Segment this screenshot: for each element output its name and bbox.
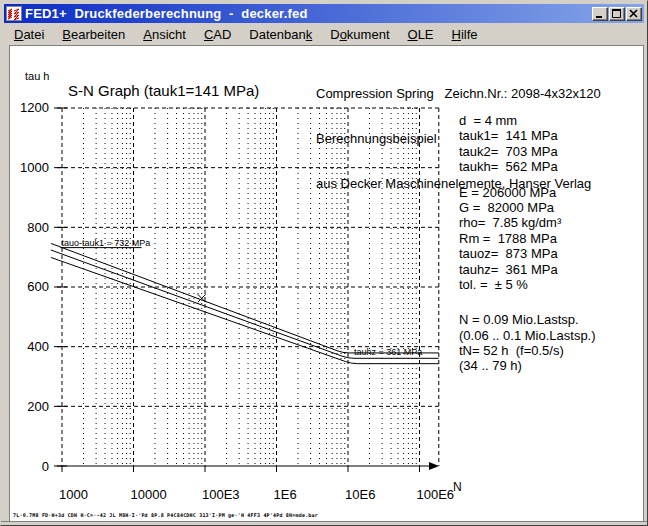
parameter-line: rho= 7.85 kg/dm³ [459, 215, 596, 230]
parameter-line: (0.06 .. 0.1 Mio.Lastsp.) [459, 328, 596, 343]
parameter-line: tauk1= 141 MPa [459, 128, 596, 143]
menu-item-dokument[interactable]: Dokument [321, 25, 398, 44]
parameter-line: (34 .. 79 h) [459, 358, 596, 373]
chart-title: S-N Graph (tauk1=141 MPa) [68, 82, 259, 99]
parameter-line: tauk2= 703 MPa [459, 144, 596, 159]
x-tick-label: 100E3 [202, 487, 240, 502]
menu-item-cad[interactable]: CAD [195, 25, 240, 44]
window-title: FED1+ Druckfederberechnung - decker.fed [25, 6, 591, 21]
x-tick-label: 1E6 [274, 487, 297, 502]
app-spring-icon [6, 6, 22, 21]
title-bar[interactable]: FED1+ Druckfederberechnung - decker.fed [4, 4, 644, 23]
menu-bar: DateiBearbeitenAnsichtCADDatenbankDokume… [5, 24, 643, 44]
x-tick-label: 10E6 [345, 487, 375, 502]
parameter-line: d = 4 mm [459, 113, 596, 128]
x-tick-label: 10000 [131, 487, 167, 502]
y-tick-label: 1000 [20, 160, 49, 175]
menu-item-bearbeiten[interactable]: Bearbeiten [53, 25, 134, 44]
x-tick-label: 1000 [59, 487, 88, 502]
parameter-line: tauhz= 361 MPa [459, 262, 596, 277]
minimize-button[interactable] [592, 7, 608, 21]
parameter-line: tauoz= 873 MPa [459, 246, 596, 261]
parameter-gap [459, 292, 596, 302]
parameter-gap [459, 302, 596, 312]
parameter-line: G = 82000 MPa [459, 200, 596, 215]
maximize-button[interactable] [609, 7, 625, 21]
menu-item-ansicht[interactable]: Ansicht [134, 25, 195, 44]
x-axis-name: N [453, 480, 462, 494]
sn-curve-nominal-line [51, 250, 439, 358]
spring-parameters-panel: d = 4 mmtauk1= 141 MPatauk2= 703 MPatauk… [459, 113, 596, 374]
parameter-line: E = 206000 MPa [459, 185, 596, 200]
y-tick-label: 400 [27, 339, 49, 354]
parameter-line: Rm = 1788 MPa [459, 231, 596, 246]
close-button[interactable] [626, 7, 642, 21]
parameter-line: tN= 52 h (f=0.5/s) [459, 343, 596, 358]
y-tick-label: 600 [27, 279, 49, 294]
menu-item-datei[interactable]: Datei [5, 25, 53, 44]
app-window: FED1+ Druckfederberechnung - decker.fed … [0, 0, 648, 526]
x-axis-arrow [429, 462, 439, 470]
parameter-gap [459, 175, 596, 185]
y-axis-name: tau h [25, 70, 49, 82]
sn-curve-upper-tolerance-line [51, 243, 439, 352]
menu-item-hilfe[interactable]: Hilfe [443, 25, 487, 44]
menu-item-datenbank[interactable]: Datenbank [240, 25, 321, 44]
sn-graph: 020040060080010001200100010000100E31E610… [1, 61, 471, 511]
curve-annotation: tauhz = 361 MPa [354, 347, 422, 357]
status-text: 7L·0.7M8 FD·H+3d CDH H·C=·-42 JL M8H·I·'… [13, 512, 447, 520]
status-strip [1, 521, 647, 525]
parameter-line: tol. = ± 5 % [459, 277, 596, 292]
y-tick-label: 200 [27, 399, 49, 414]
parameter-line: taukh= 562 MPa [459, 159, 596, 174]
y-tick-label: 0 [42, 459, 49, 474]
parameter-line: N = 0.09 Mio.Lastsp. [459, 312, 596, 327]
y-tick-label: 1200 [20, 100, 49, 115]
y-tick-label: 800 [27, 220, 49, 235]
menu-item-ole[interactable]: OLE [399, 25, 443, 44]
curve-annotation: tauo-tauk1 = 732 MPa [61, 238, 150, 248]
x-tick-label: 100E6 [417, 487, 455, 502]
